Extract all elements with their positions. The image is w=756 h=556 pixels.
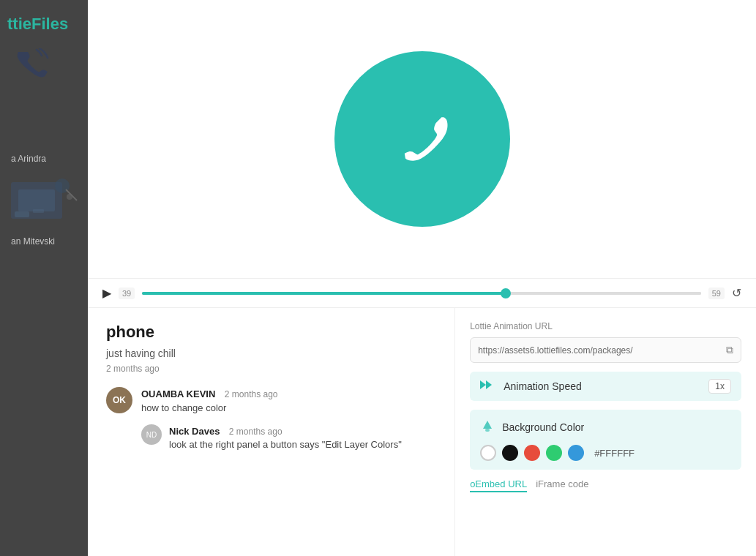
logo: ttieFiles	[7, 15, 95, 34]
bg-phone-icon	[11, 48, 91, 95]
svg-rect-9	[485, 429, 490, 432]
svg-marker-8	[486, 380, 492, 389]
reply-block: ND Nick Daves 2 months ago look at the r…	[141, 424, 436, 450]
url-row: https://assets6.lottiefiles.com/packages…	[470, 337, 741, 363]
frame-start-label: 39	[119, 288, 135, 299]
replay-button[interactable]: ↺	[732, 286, 741, 300]
url-text: https://assets6.lottiefiles.com/packages…	[478, 345, 726, 356]
play-button[interactable]: ▶	[102, 286, 111, 300]
commenter-avatar: OK	[106, 387, 132, 413]
bg-user1: a Arindra	[11, 154, 95, 164]
swatch-red[interactable]	[524, 445, 540, 461]
bg-illustration	[7, 171, 95, 229]
svg-rect-1	[18, 189, 55, 211]
reply-date: 2 months ago	[229, 427, 282, 437]
playback-bar: ▶ 39 59 ↺	[88, 278, 756, 307]
swatch-white[interactable]	[480, 445, 496, 461]
speed-value[interactable]: 1x	[708, 379, 731, 394]
color-swatches: #FFFFFF	[480, 445, 731, 461]
speed-icon	[480, 379, 496, 394]
slider-fill	[142, 292, 505, 295]
swatch-green[interactable]	[546, 445, 562, 461]
timeline-slider[interactable]	[142, 292, 701, 295]
reply-content: Nick Daves 2 months ago look at the righ…	[169, 424, 402, 450]
reply-author: Nick Daves	[169, 426, 220, 437]
bg-user2: an Mitevski	[11, 236, 95, 247]
background-color-row: Background Color #FFFFFF	[470, 410, 741, 470]
bg-color-icon	[480, 418, 495, 436]
speed-chevron-icon	[480, 379, 496, 391]
copy-icon[interactable]: ⧉	[726, 344, 733, 356]
tab-iframe[interactable]: iFrame code	[536, 478, 588, 492]
bg-color-header: Background Color	[480, 418, 731, 436]
modal: ▶ 39 59 ↺ phone just having chill 2 mont…	[88, 0, 756, 556]
reply-avatar: ND	[141, 424, 162, 445]
bottom-area: phone just having chill 2 months ago OK …	[88, 307, 756, 556]
url-section-label: Lottie Animation URL	[470, 321, 741, 331]
phone-animation	[334, 51, 510, 227]
sidebar-background: ttieFiles a Arindra an Mitevski	[7, 7, 95, 247]
swatch-blue[interactable]	[568, 445, 584, 461]
swatch-black[interactable]	[502, 445, 518, 461]
preview-area	[88, 0, 756, 278]
speed-label: Animation Speed	[504, 380, 708, 392]
tab-oembed[interactable]: oEmbed URL	[470, 478, 527, 492]
comment-author: OUAMBA KEVIN	[141, 388, 215, 399]
svg-point-4	[67, 194, 72, 200]
frame-end-label: 59	[708, 288, 725, 299]
comment-content: OUAMBA KEVIN 2 months ago how to change …	[141, 387, 278, 413]
comment-block: OK OUAMBA KEVIN 2 months ago how to chan…	[106, 387, 436, 413]
reply-text: look at the right panel a button says "E…	[169, 439, 402, 450]
bg-color-label: Background Color	[502, 421, 584, 433]
embed-tabs: oEmbed URL iFrame code	[470, 478, 741, 492]
right-panel: Lottie Animation URL https://assets6.lot…	[455, 308, 756, 556]
hex-value: #FFFFFF	[594, 448, 635, 459]
svg-marker-7	[480, 380, 486, 389]
comment-date: 2 months ago	[225, 389, 278, 399]
slider-thumb[interactable]	[501, 288, 511, 298]
paint-icon	[480, 418, 495, 433]
phone-icon	[382, 99, 463, 179]
comment-text: how to change color	[141, 402, 278, 413]
animation-description: just having chill	[106, 348, 436, 359]
left-panel: phone just having chill 2 months ago OK …	[88, 308, 455, 556]
svg-rect-6	[33, 209, 44, 213]
animation-title: phone	[106, 323, 436, 342]
animation-time: 2 months ago	[106, 364, 436, 374]
svg-rect-5	[15, 211, 29, 217]
animation-speed-row[interactable]: Animation Speed 1x	[470, 372, 741, 401]
